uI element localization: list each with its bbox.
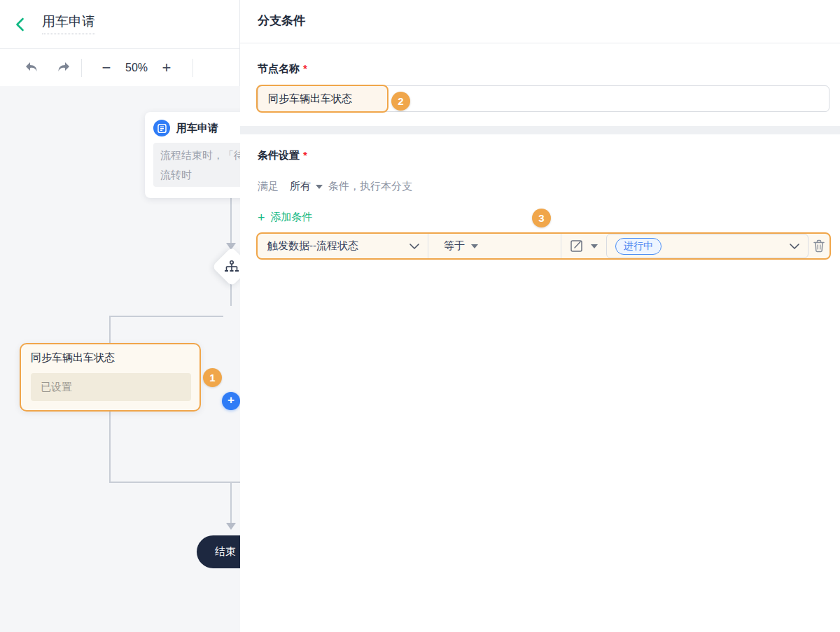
condition-row: 触发数据--流程状态 等于 进行中 (256, 232, 831, 260)
end-node-label: 结束 (215, 545, 236, 559)
selected-node-title: 同步车辆出车状态 (31, 351, 190, 365)
plus-icon: + (227, 393, 234, 407)
node-name-label: 节点名称* (258, 62, 307, 76)
end-node[interactable]: 结束 (197, 535, 240, 568)
branch-condition-panel: 分支条件 节点名称* 同步车辆出车状态 2 条件设置* 满足 所有 条件，执行本… (240, 0, 840, 632)
add-condition-button[interactable]: + 添加条件 (258, 211, 313, 224)
annotation-badge-2: 2 (391, 92, 410, 111)
trigger-desc-line1: 流程结束时，「待 (160, 146, 240, 165)
trigger-node-title: 用车申请 (176, 122, 218, 135)
condition-settings-label: 条件设置* (258, 149, 307, 162)
match-mode-dropdown[interactable]: 所有 (290, 180, 323, 193)
condition-field-select[interactable]: 触发数据--流程状态 (258, 234, 428, 258)
annotation-box-2: 同步车辆出车状态 (256, 85, 388, 113)
back-icon[interactable] (13, 17, 28, 32)
node-name-value[interactable]: 同步车辆出车状态 (268, 92, 352, 106)
annotation-badge-1: 1 (203, 368, 222, 387)
annotation-badge-3: 3 (532, 209, 551, 227)
condition-value-select[interactable]: 进行中 (606, 234, 808, 258)
edit-icon (570, 240, 582, 252)
caret-down-icon (316, 185, 323, 189)
zoom-out-button[interactable]: − (96, 59, 117, 77)
caret-down-icon (471, 244, 478, 248)
trigger-node-card[interactable]: 用车申请 流程结束时，「待 流转时 (145, 112, 240, 198)
required-asterisk: * (303, 62, 307, 74)
plus-icon: + (258, 211, 265, 224)
redo-icon[interactable] (54, 59, 72, 77)
value-tag[interactable]: 进行中 (615, 238, 662, 255)
zoom-level: 50% (117, 62, 156, 74)
trigger-node-description: 流程结束时，「待 流转时 (153, 143, 240, 187)
match-rule-row: 满足 所有 条件，执行本分支 (258, 180, 412, 193)
trigger-node-header: 用车申请 (153, 120, 240, 136)
form-document-icon (153, 120, 170, 136)
arrow-down-icon (226, 523, 236, 530)
chevron-down-icon (410, 244, 419, 249)
panel-divider (240, 43, 840, 43)
branch-icon (224, 260, 239, 274)
add-node-button[interactable]: + (222, 392, 240, 410)
caret-down-icon (591, 244, 598, 248)
toolbar-divider (81, 59, 82, 77)
match-suffix: 条件，执行本分支 (328, 180, 412, 193)
condition-operator-select[interactable]: 等于 (428, 234, 561, 258)
selected-node-card[interactable]: 同步车辆出车状态 已设置 (20, 343, 201, 412)
canvas-toolbar: − 50% + (0, 49, 239, 86)
chevron-down-icon (790, 244, 799, 249)
canvas-header: 用车申请 (0, 0, 239, 49)
flow-connector (230, 482, 232, 524)
toolbar-divider (192, 59, 193, 77)
zoom-in-button[interactable]: + (156, 59, 177, 77)
flow-title[interactable]: 用车申请 (42, 14, 95, 34)
panel-title: 分支条件 (258, 13, 305, 29)
undo-icon[interactable] (23, 59, 41, 77)
flow-connector (230, 282, 232, 306)
selected-node-status: 已设置 (31, 373, 191, 401)
workflow-editor: 用车申请 − 50% + (0, 0, 840, 632)
required-asterisk: * (303, 149, 307, 161)
delete-condition-button[interactable] (808, 234, 830, 258)
match-prefix: 满足 (258, 180, 279, 193)
flow-canvas-column: 用车申请 − 50% + (0, 0, 240, 632)
trigger-desc-line2: 流转时 (160, 165, 240, 185)
section-separator (240, 126, 840, 134)
flow-connector (230, 198, 232, 243)
flow-canvas[interactable]: 用车申请 流程结束时，「待 流转时 + (0, 86, 240, 632)
flow-connector (110, 316, 223, 317)
trash-icon (813, 239, 825, 253)
flow-connector (109, 482, 240, 483)
condition-input-mode-toggle[interactable] (561, 234, 606, 258)
